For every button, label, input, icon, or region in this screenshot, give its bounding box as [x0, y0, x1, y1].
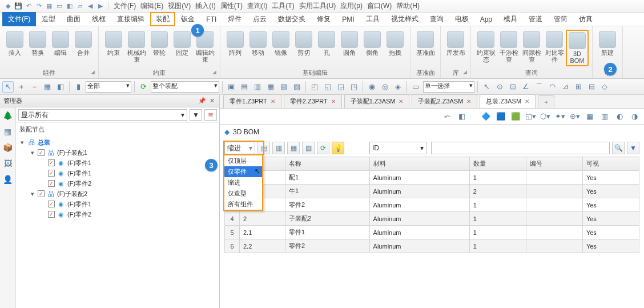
ribbon-button[interactable]: 约束	[102, 30, 125, 57]
bom-indent-dropdown[interactable]: 仅顶层仅零件↖缩进仅造型所有组件	[223, 154, 263, 211]
tb-s3-icon[interactable]: ⊡	[507, 81, 518, 93]
ribbon-tab[interactable]: PMI	[336, 13, 360, 26]
vt-6-icon[interactable]: ◱▾	[524, 111, 537, 122]
ribbon-tab[interactable]: 仿真	[573, 12, 598, 26]
table-row[interactable]: 42子装配2Aluminum1Yes	[225, 212, 639, 226]
vt-4-icon[interactable]: 🟦	[494, 111, 507, 122]
ribbon-tab[interactable]: 工具	[360, 12, 385, 26]
tb-remove-icon[interactable]: －	[29, 81, 40, 93]
tree-node[interactable]: ▾品总装	[16, 137, 219, 147]
close-icon[interactable]: ✕	[331, 98, 336, 105]
qa-undo-icon[interactable]: ↶	[24, 2, 33, 11]
tree-node[interactable]: ◉(F)零件2	[16, 178, 219, 189]
close-icon[interactable]: ✕	[271, 98, 275, 105]
menu-item[interactable]: 窗口(W)	[365, 2, 394, 10]
ribbon-button[interactable]: 3D BOM	[566, 30, 589, 66]
close-icon[interactable]: ✕	[525, 98, 529, 105]
ribbon-tab[interactable]: 文件(F)	[2, 12, 36, 26]
menu-item[interactable]: 工具(T)	[269, 2, 296, 10]
ribbon-tab[interactable]: 线框	[86, 12, 111, 26]
tb-i4-icon[interactable]: ▦	[265, 81, 276, 93]
tb-pointer-icon[interactable]: ↖	[2, 81, 14, 93]
bom-bulb-icon[interactable]: 💡	[332, 142, 344, 154]
ribbon-button[interactable]: 对比零件	[543, 30, 566, 64]
side-box-icon[interactable]: 📦	[2, 142, 14, 153]
ribbon-button[interactable]: 拖拽	[384, 30, 406, 57]
ribbon-tab[interactable]: 管道	[523, 12, 548, 26]
ribbon-tab[interactable]: 模具	[498, 12, 523, 26]
dropdown-option[interactable]: 仅顶层	[224, 155, 262, 166]
tb-s6-icon[interactable]: ◠	[546, 81, 558, 93]
side-part-icon[interactable]: ▦	[2, 126, 14, 137]
menu-item[interactable]: 视图(V)	[166, 2, 193, 10]
document-tab[interactable]: 零件2.Z3PRT✕	[284, 94, 342, 108]
tb-i2-icon[interactable]: ▤	[239, 81, 250, 93]
vt-9-icon[interactable]: ⊕▾	[569, 111, 581, 122]
tree-node[interactable]: ◉(F)零件1	[16, 158, 219, 168]
tb-i8-icon[interactable]: ◱	[322, 81, 333, 93]
tree-node[interactable]: ◉(F)零件2	[16, 209, 219, 219]
tb-i1-icon[interactable]: ▣	[226, 81, 237, 93]
ribbon-tab[interactable]: 数据交换	[272, 12, 311, 26]
qa-right-icon[interactable]: ▶	[96, 2, 105, 11]
bom-b3-icon[interactable]: ▦	[287, 142, 300, 154]
menu-item[interactable]: 文件(F)	[111, 2, 138, 10]
vt-10-icon[interactable]: ▦	[583, 111, 596, 122]
mgr-pin-icon[interactable]: 📌	[198, 97, 206, 105]
ribbon-tab[interactable]: 视觉样式	[385, 12, 424, 26]
qa-left-icon[interactable]: ◀	[86, 2, 95, 11]
tb-i7-icon[interactable]: ◰	[309, 81, 320, 93]
menu-item[interactable]: 实用工具(U)	[297, 2, 339, 10]
mgr-list-icon[interactable]: ≣	[204, 109, 217, 121]
table-header[interactable]: 数量	[469, 157, 526, 171]
vt-3-icon[interactable]: 🔷	[480, 111, 492, 122]
ribbon-button[interactable]: 新建	[596, 30, 619, 57]
tree-node[interactable]: ▾品(F)子装配2	[16, 189, 219, 199]
vt-2-icon[interactable]: ◧	[456, 111, 468, 122]
close-icon[interactable]: ✕	[466, 98, 471, 105]
tb-s5-icon[interactable]: ⌒	[533, 81, 545, 93]
bom-table[interactable]: 名称材料数量编号可视配1Aluminum1Yes牛1Aluminum2Yes31…	[224, 157, 639, 253]
new-tab-button[interactable]: ＋	[538, 95, 554, 108]
qa-save-icon[interactable]: 💾	[14, 2, 23, 11]
tb-s10-icon[interactable]: ◇	[599, 81, 610, 93]
menu-item[interactable]: 属性(T)	[218, 2, 245, 10]
ribbon-tab[interactable]: 造型	[36, 12, 61, 26]
qa-redo-icon[interactable]: ↷	[34, 2, 43, 11]
mgr-funnel-icon[interactable]: ▼	[190, 109, 202, 121]
ribbon-tab[interactable]: 管筒	[548, 12, 573, 26]
document-tab[interactable]: 总装.Z3ASM✕	[480, 94, 536, 108]
bom-filter-icon[interactable]: ▼	[627, 142, 639, 154]
tb-i3-icon[interactable]: ▥	[252, 81, 263, 93]
ribbon-button[interactable]: 机械约束	[125, 30, 148, 64]
side-user-icon[interactable]: 👤	[2, 174, 14, 185]
tb-i12-icon[interactable]: ◎	[379, 81, 391, 93]
tb-s9-icon[interactable]: ⊟	[586, 81, 597, 93]
vt-1-icon[interactable]: ⤺	[441, 111, 453, 122]
table-row[interactable]: 31.2零件2Aluminum1Yes	[225, 198, 639, 212]
tb-combo-select[interactable]: 单一选择▾	[423, 81, 474, 93]
bom-search-icon[interactable]: 🔍	[612, 142, 625, 154]
table-header[interactable]: 名称	[285, 157, 370, 171]
ribbon-button[interactable]: 阵列	[224, 30, 247, 57]
vt-13-icon[interactable]: ◑	[628, 111, 641, 122]
vt-7-icon[interactable]: ⬡▾	[539, 111, 552, 122]
tb-filter-icon[interactable]: ▮	[73, 81, 84, 93]
ribbon-button[interactable]: 合并	[72, 30, 95, 57]
bom-id-combo[interactable]: ID▾	[369, 142, 426, 154]
ribbon-tab[interactable]: 焊件	[222, 12, 247, 26]
menu-item[interactable]: 插入(I)	[193, 2, 218, 10]
ribbon-button[interactable]: 编辑	[49, 30, 72, 57]
document-tab[interactable]: 子装配2.Z3ASM✕	[412, 94, 477, 108]
ribbon-button[interactable]: 干涉检查	[497, 30, 520, 64]
tb-combo-assembly[interactable]: 整个装配▾	[151, 81, 219, 93]
tb-s7-icon[interactable]: ⊿	[560, 81, 571, 93]
tb-i10-icon[interactable]: ◳	[348, 81, 360, 93]
table-header[interactable]: 编号	[526, 157, 582, 171]
ribbon-tab[interactable]: FTI	[200, 13, 222, 26]
tb-grid-icon[interactable]: ▦	[42, 81, 53, 93]
document-tab[interactable]: 子装配1.Z3ASM✕	[344, 94, 410, 108]
menu-item[interactable]: 帮助(H)	[394, 2, 422, 10]
tb-select-icon[interactable]: ▭	[410, 81, 421, 93]
side-img-icon[interactable]: 🖼	[2, 158, 14, 169]
